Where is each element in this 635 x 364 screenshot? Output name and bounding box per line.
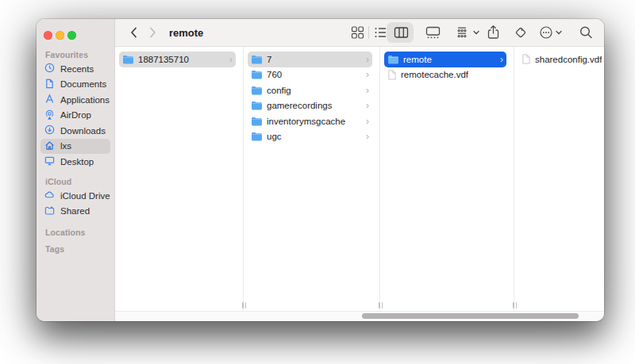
sidebar-item-recents[interactable]: Recents	[40, 61, 110, 77]
folder-row-inventorymsgcache[interactable]: inventorymsgcache	[248, 113, 372, 129]
horizontal-scrollbar-track[interactable]	[115, 311, 604, 321]
zoom-button[interactable]	[67, 31, 76, 40]
sidebar-item-desktop[interactable]: Desktop	[40, 154, 110, 170]
back-button[interactable]	[129, 27, 138, 39]
close-button[interactable]	[44, 31, 52, 40]
sidebar-favourites-list: Recents Documents Applications AirDrop D…	[37, 61, 114, 170]
chevron-right-icon	[363, 70, 369, 79]
sidebar: Favourites Recents Documents Application…	[37, 19, 115, 321]
group-icon	[456, 26, 471, 39]
column-1: 1887135710	[115, 47, 244, 311]
item-name: config	[267, 86, 291, 95]
item-name: inventorymsgcache	[267, 117, 345, 126]
chevron-right-icon	[363, 101, 369, 110]
cloud-icon	[44, 190, 55, 201]
document-icon	[44, 79, 55, 90]
chevron-right-icon	[363, 132, 369, 141]
clock-icon	[44, 63, 55, 75]
chevron-down-icon	[473, 30, 479, 35]
search-icon	[579, 26, 593, 40]
share-icon	[487, 25, 500, 40]
sidebar-item-icloud-drive[interactable]: iCloud Drive	[40, 188, 110, 204]
sidebar-item-label: Desktop	[60, 157, 94, 167]
sidebar-item-downloads[interactable]: Downloads	[40, 123, 110, 139]
chevron-right-icon	[363, 117, 369, 126]
column-view: 1887135710 7 760 config	[115, 47, 604, 311]
airdrop-icon	[44, 109, 55, 121]
column-3: remote remotecache.vdf	[380, 47, 514, 311]
minimize-button[interactable]	[56, 31, 64, 40]
more-button[interactable]	[539, 25, 562, 40]
folder-row-760[interactable]: 760	[248, 67, 372, 83]
sidebar-item-label: Documents	[60, 79, 106, 89]
icon-view-button[interactable]	[351, 26, 364, 40]
share-button[interactable]	[487, 25, 500, 40]
sidebar-section-tags: Tags	[45, 244, 64, 254]
sidebar-item-label: Shared	[60, 206, 90, 216]
chevron-right-icon	[148, 27, 157, 39]
chevron-right-icon	[226, 55, 233, 64]
group-button[interactable]	[456, 26, 479, 39]
file-icon	[387, 70, 397, 80]
folder-row-ugc[interactable]: ugc	[248, 129, 372, 145]
tags-button[interactable]	[514, 25, 528, 40]
list-view-icon	[374, 26, 387, 40]
window-title: remote	[169, 27, 203, 39]
sidebar-item-label: Recents	[60, 64, 94, 74]
sidebar-item-label: lxs	[60, 141, 71, 151]
chevron-right-icon	[363, 86, 369, 95]
toolbar-separator	[368, 26, 369, 39]
column-resize-handle[interactable]	[378, 302, 383, 308]
folder-icon	[251, 70, 263, 79]
column-view-button[interactable]	[394, 26, 409, 39]
folder-icon	[122, 55, 134, 64]
item-name: 1887135710	[138, 55, 189, 64]
sidebar-item-label: AirDrop	[60, 110, 91, 120]
search-button[interactable]	[579, 26, 593, 40]
item-name: 760	[267, 70, 282, 79]
chevron-down-icon	[556, 30, 562, 35]
sidebar-item-applications[interactable]: Applications	[40, 92, 110, 108]
folder-icon	[387, 55, 399, 64]
traffic-lights	[44, 31, 76, 40]
downloads-icon	[44, 125, 55, 136]
folder-row-config[interactable]: config	[248, 82, 372, 98]
file-row-sharedconfig[interactable]: sharedconfig.vdf	[518, 52, 604, 67]
sidebar-item-label: Applications	[60, 95, 110, 105]
column-4: sharedconfig.vdf	[514, 47, 604, 311]
shared-folder-icon	[44, 205, 55, 217]
item-name: sharedconfig.vdf	[535, 55, 602, 64]
main-area: remote	[115, 19, 604, 321]
finder-window: Favourites Recents Documents Application…	[37, 19, 604, 321]
folder-row-gamerecordings[interactable]: gamerecordings	[248, 98, 372, 114]
sidebar-item-lxs[interactable]: lxs	[40, 139, 110, 155]
gallery-view-icon	[425, 26, 441, 40]
item-name: 7	[267, 55, 271, 64]
applications-icon	[44, 94, 55, 105]
folder-row-remote[interactable]: remote	[384, 52, 506, 67]
chevron-right-icon	[363, 55, 369, 64]
folder-row-7[interactable]: 7	[248, 52, 372, 67]
sidebar-section-favourites: Favourites	[45, 50, 88, 59]
gallery-view-button[interactable]	[425, 26, 441, 40]
folder-icon	[251, 132, 263, 141]
file-row-remotecache[interactable]: remotecache.vdf	[384, 67, 506, 83]
item-name: remotecache.vdf	[401, 70, 468, 79]
sidebar-item-documents[interactable]: Documents	[40, 77, 110, 93]
sidebar-item-airdrop[interactable]: AirDrop	[40, 108, 110, 124]
folder-row-1887135710[interactable]: 1887135710	[119, 52, 236, 67]
sidebar-item-shared[interactable]: Shared	[40, 204, 110, 220]
list-view-button[interactable]	[374, 26, 387, 40]
folder-icon	[251, 101, 263, 110]
folder-icon	[251, 55, 263, 64]
item-name: gamerecordings	[267, 101, 332, 110]
toolbar: remote	[115, 19, 604, 47]
sidebar-section-icloud: iCloud	[45, 177, 71, 186]
folder-icon	[251, 117, 263, 126]
sidebar-item-label: Downloads	[60, 126, 106, 136]
column-resize-handle[interactable]	[512, 302, 518, 308]
icon-view-icon	[351, 26, 364, 40]
column-resize-handle[interactable]	[241, 302, 247, 308]
horizontal-scrollbar-thumb[interactable]	[362, 313, 579, 319]
forward-button[interactable]	[148, 27, 157, 39]
